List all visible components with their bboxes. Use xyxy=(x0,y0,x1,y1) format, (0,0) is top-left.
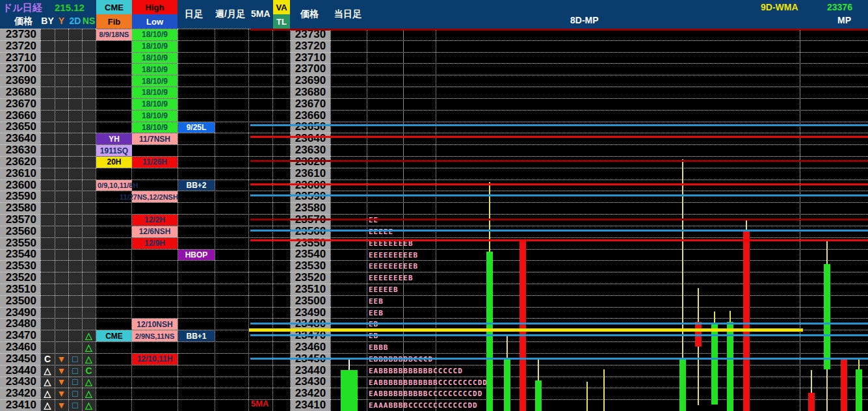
price-cell-left: 23410 xyxy=(0,399,36,411)
today-candle-column-label: 当日足 xyxy=(334,8,362,20)
price-cell-right: 23490 xyxy=(291,307,330,319)
profile-row: EEEEEEEEB xyxy=(369,274,414,282)
row-gridline xyxy=(0,399,868,400)
price-cell-left: 23430 xyxy=(0,377,36,388)
price-cell-left: 23610 xyxy=(0,168,36,179)
candle-wick xyxy=(858,359,860,369)
level-label-text: 0/9,10,11/8H xyxy=(98,180,155,191)
candle xyxy=(679,358,686,411)
price-cell-right: 23580 xyxy=(291,202,330,214)
price-cell-left: 23530 xyxy=(0,260,36,272)
candle xyxy=(824,264,830,369)
price-cell-left: 23640 xyxy=(0,133,36,144)
price-cell-right: 23590 xyxy=(291,191,330,202)
high-toggle[interactable]: High xyxy=(132,0,178,14)
row-gridline xyxy=(0,122,868,122)
wma9-label: 9D-WMA xyxy=(761,2,798,12)
price-cell-left: 23660 xyxy=(0,110,36,122)
triangle-up-icon: △ xyxy=(82,353,96,365)
column-marker-y[interactable]: Y xyxy=(55,16,68,26)
price-cell-left: 23720 xyxy=(0,40,36,52)
row-gridline xyxy=(0,86,868,87)
square-icon: □ xyxy=(68,377,82,388)
price-cell-right: 23690 xyxy=(291,75,330,86)
triangle-down-icon: ▼ xyxy=(55,388,68,399)
level-label: 18/10/9 xyxy=(132,75,178,86)
fib-toggle[interactable]: Fib xyxy=(96,14,132,29)
column-gridline xyxy=(178,29,178,411)
column-gridline xyxy=(215,29,215,411)
price-cell-left: 23420 xyxy=(0,388,36,399)
profile-row: EEB xyxy=(369,297,384,306)
low-toggle[interactable]: Low xyxy=(132,14,178,29)
trading-app-window: ドル日経 価格 215.12 BYY2DNS CME Fib High Low … xyxy=(0,0,868,411)
level-label: 18/10/9 xyxy=(132,41,178,52)
level-label: 18/10/9 xyxy=(132,87,178,98)
level-label: 18/10/9 xyxy=(132,64,178,75)
row-gridline xyxy=(0,295,868,296)
level-label: 12/9H xyxy=(132,238,178,249)
price-cell-right: 23650 xyxy=(291,122,330,133)
price-line xyxy=(250,183,868,185)
level-label: 8/9/18NS xyxy=(96,29,132,40)
price-cell-left: 23520 xyxy=(0,272,36,284)
profile-row: EABBBBBBBBBBBBCCCCCCCCDD xyxy=(369,378,488,387)
row-gridline xyxy=(0,237,868,238)
row-gridline xyxy=(0,202,868,203)
ma5-column-label: 5MA xyxy=(251,8,270,19)
row-gridline xyxy=(0,63,868,64)
column-marker-ns[interactable]: NS xyxy=(82,16,96,26)
profile-row: EABBBBBBBBBBBCCCCCD xyxy=(369,367,463,375)
price-line xyxy=(250,219,868,220)
level-label: 9/25L xyxy=(178,122,215,133)
profile-row: EABBBBBBBBBBCCCCCCCCCDD xyxy=(369,390,482,398)
level-label: BB+1 xyxy=(178,330,215,341)
price-column-label: 価格 xyxy=(14,16,33,27)
level-label: 18/10/9 xyxy=(132,29,178,40)
indicator-value: 215.12 xyxy=(55,2,85,13)
row-gridline xyxy=(0,388,868,388)
level-label: 18/10/9 xyxy=(132,99,178,110)
price-cell-left: 23620 xyxy=(0,156,36,168)
level-label: BB+2 xyxy=(178,180,215,191)
today-candle xyxy=(341,370,358,411)
letter-C-icon: C xyxy=(82,365,96,377)
profile-row: EEEEEEEEEB xyxy=(369,262,418,271)
price-cell-left: 23630 xyxy=(0,144,36,156)
cme-toggle[interactable]: CME xyxy=(96,0,132,14)
profile-row: EEB xyxy=(369,309,384,317)
square-icon: □ xyxy=(68,388,82,399)
level-label: CME xyxy=(96,330,132,341)
va-toggle[interactable]: VA xyxy=(273,0,290,14)
profile-row: EBBB xyxy=(369,343,389,352)
row-gridline xyxy=(0,226,868,226)
price-cell-left: 23580 xyxy=(0,202,36,214)
triangle-down-icon: ▼ xyxy=(55,399,68,411)
level-label: 12/6NSH xyxy=(132,226,178,237)
candle-wick xyxy=(811,370,812,393)
candle xyxy=(856,369,862,411)
column-marker-by[interactable]: BY xyxy=(40,16,55,26)
price-cell-right: 23680 xyxy=(291,86,330,98)
price-cell-right: 23630 xyxy=(291,144,330,156)
candle xyxy=(535,380,542,411)
ma5-footer-label: 5MA xyxy=(251,399,269,408)
candle-wick xyxy=(538,359,539,380)
price-line xyxy=(250,239,868,241)
tl-toggle[interactable]: TL xyxy=(273,14,290,29)
triangle-down-icon: ▼ xyxy=(55,353,68,365)
candle-wick xyxy=(698,288,699,405)
price-cell-left: 23710 xyxy=(0,52,36,64)
level-label: 12/10,11H xyxy=(132,354,178,365)
price-cell-left: 23500 xyxy=(0,295,36,307)
profile-row: EEEEEEEEEB xyxy=(369,251,418,259)
price2-column-label: 価格 xyxy=(300,8,319,20)
column-marker-2d[interactable]: 2D xyxy=(68,16,82,26)
candle xyxy=(841,359,847,411)
level-label: YH xyxy=(96,133,132,144)
level-label: 12/2H xyxy=(132,215,178,226)
price-cell-right: 23710 xyxy=(291,52,330,64)
price-cell-left: 23440 xyxy=(0,365,36,377)
level-label: 18/10/9 xyxy=(132,122,178,133)
price-cell-left: 23450 xyxy=(0,353,36,365)
